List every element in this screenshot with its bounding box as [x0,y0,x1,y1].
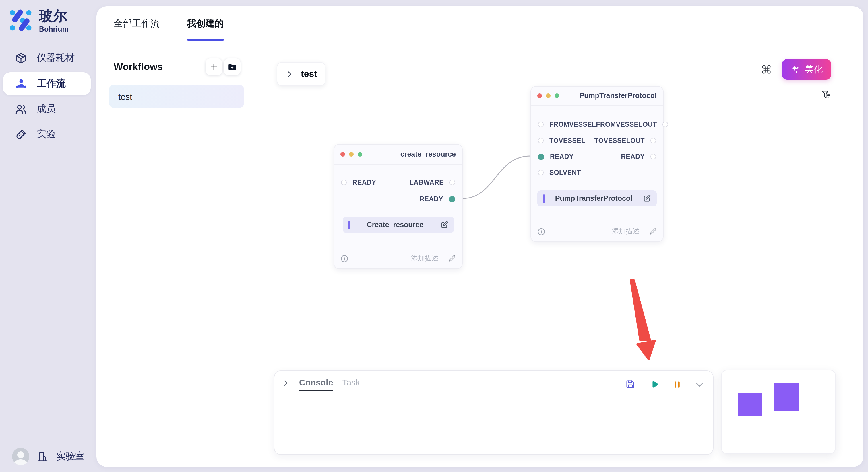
app-root: 玻尔 Bohrium 仪器耗材 工作流 成员 [0,0,868,472]
beautify-button[interactable]: 美化 [782,59,831,80]
sidebar-item-label: 工作流 [37,77,66,90]
sidebar-item-label: 实验 [37,128,56,140]
minimap-node [738,394,763,416]
workflow-tabbar: 全部工作流 我创建的 [96,6,863,41]
description-placeholder: 添加描述... [411,254,444,263]
tab-console[interactable]: Console [299,377,333,391]
import-folder-button[interactable] [224,59,241,75]
node-description[interactable]: 添加描述... [411,254,456,263]
node-title: create_resource [362,150,456,158]
node-header[interactable]: PumpTransferProtocol [531,87,663,105]
chevron-down-icon[interactable] [694,379,704,389]
description-placeholder: 添加描述... [612,227,645,236]
pause-icon[interactable] [673,379,681,389]
collapse-chevron-right-icon[interactable] [282,380,289,386]
port-label: FROMVESSELOUT [596,121,657,128]
sparkles-icon [790,65,800,74]
beautify-label: 美化 [805,63,823,75]
experiment-icon [15,128,27,140]
save-icon[interactable] [625,379,636,390]
input-port[interactable] [538,138,544,143]
workflow-list-item[interactable]: test [109,85,244,108]
sidebar: 玻尔 Bohrium 仪器耗材 工作流 成员 [0,0,96,472]
lab-building-icon [37,450,49,463]
sidebar-item-instruments[interactable]: 仪器耗材 [3,46,91,69]
pencil-icon[interactable] [649,228,657,235]
workflow-item-name: test [118,92,132,101]
folder-download-icon [227,62,237,72]
port-label: READY [352,179,376,186]
tab-task[interactable]: Task [342,377,360,391]
add-workflow-button[interactable] [206,59,222,75]
port-label: READY [621,153,645,160]
filter-control[interactable] [821,90,831,102]
sidebar-item-members[interactable]: 成员 [3,98,91,121]
port-label: SOLVENT [549,169,581,176]
port-label: READY [420,196,443,202]
workspace-label[interactable]: 实验室 [56,450,85,463]
info-icon[interactable] [537,227,546,235]
port-label: LABWARE [410,179,444,186]
sidebar-item-workflow[interactable]: 工作流 [3,72,91,95]
input-port[interactable] [341,179,347,185]
traffic-light-dots [340,152,362,157]
brand-logo: 玻尔 Bohrium [9,9,69,33]
node-name-field[interactable]: Create_resource [343,217,454,233]
workflows-panel-title: Workflows [114,61,163,72]
edit-icon[interactable] [643,194,651,202]
chevron-right-icon [286,70,293,78]
pencil-icon[interactable] [448,255,456,262]
user-avatar[interactable] [12,448,29,465]
workflow-icon [15,77,28,90]
brand-name: 玻尔 [39,9,69,24]
node-name-text: PumpTransferProtocol [545,194,643,202]
port-label: TOVESSEL [549,137,586,144]
tab-all-workflows[interactable]: 全部工作流 [114,6,160,41]
node-name-text: Create_resource [350,221,440,229]
input-port-connected[interactable] [538,154,544,160]
output-port[interactable] [650,154,656,160]
output-port-connected[interactable] [449,196,455,202]
run-play-icon[interactable] [649,379,660,390]
minimap-node [774,382,799,411]
members-icon [15,103,27,115]
node-title: PumpTransferProtocol [559,92,657,100]
workflows-panel: Workflows test [96,41,251,467]
box-icon [15,52,27,64]
sidebar-item-label: 成员 [37,103,56,115]
minimap[interactable] [721,370,836,453]
filter-icon [821,90,831,100]
brand-subtitle: Bohrium [39,25,69,33]
output-port[interactable] [650,138,656,143]
traffic-light-dots [537,94,559,98]
edit-icon[interactable] [440,221,448,229]
main-card: 全部工作流 我创建的 Workflows [96,6,863,467]
output-port[interactable] [450,179,455,185]
canvas-breadcrumb[interactable]: test [277,62,326,86]
node-name-field[interactable]: PumpTransferProtocol [537,191,657,206]
input-port[interactable] [538,170,544,175]
port-label: FROMVESSEL [549,121,596,128]
info-icon[interactable] [340,255,348,262]
input-port[interactable] [538,122,544,127]
node-pump-transfer-protocol[interactable]: PumpTransferProtocol FROMVESSEL FROMVESS… [530,86,663,242]
plus-icon [210,63,218,71]
sidebar-item-experiments[interactable]: 实验 [3,123,91,146]
bohrium-logo-icon [9,9,33,32]
output-port[interactable] [663,122,669,127]
node-description[interactable]: 添加描述... [612,227,657,236]
command-icon[interactable] [761,64,772,74]
node-create-resource[interactable]: create_resource READY LABWARE READY Crea… [334,144,463,269]
tab-my-created[interactable]: 我创建的 [187,6,224,41]
flow-canvas[interactable]: test create_resource READY LABWARE READY [251,41,863,467]
sidebar-item-label: 仪器耗材 [37,52,74,64]
port-label: TOVESSELOUT [594,137,645,144]
breadcrumb-label: test [301,69,317,79]
node-header[interactable]: create_resource [334,144,462,165]
sidebar-footer: 实验室 [12,448,85,465]
console-panel: Console Task [274,370,714,455]
port-label: READY [550,153,574,160]
